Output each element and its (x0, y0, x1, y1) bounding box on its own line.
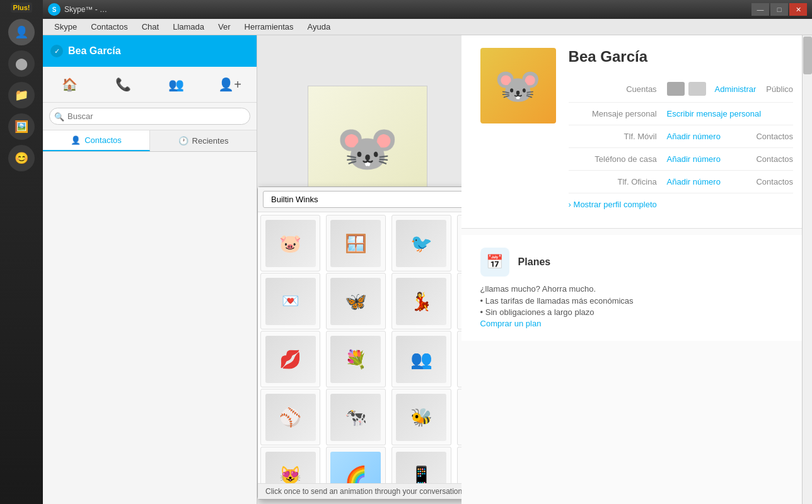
nav-add-contact-button[interactable]: 👤+ (203, 72, 257, 97)
show-full-profile-link[interactable]: › Mostrar perfil completo (569, 193, 793, 215)
menu-ver[interactable]: Ver (212, 20, 237, 33)
center-content: 🐭 Builtin Winks More ▼ (257, 35, 461, 504)
plus-icon-emoji[interactable]: 😊 (8, 145, 35, 171)
wink-item[interactable]: 🪟 (326, 215, 386, 272)
wink-item[interactable]: 💋 (260, 331, 320, 387)
comprar-plan-link[interactable]: Comprar un plan (480, 319, 542, 328)
administrar-link[interactable]: Administrar (715, 84, 757, 94)
skype-logo: S (48, 3, 61, 16)
plus-icon-circle[interactable]: ⬤ (8, 50, 35, 77)
minimize-button[interactable]: — (751, 3, 769, 16)
planes-calendar-icon: 📅 (480, 248, 509, 277)
wink-item[interactable]: 💌 (260, 273, 320, 329)
tab-contactos-label: Contactos (84, 135, 122, 145)
title-bar-left: S Skype™ - … (48, 3, 107, 16)
menu-chat[interactable]: Chat (136, 20, 165, 33)
wink-item[interactable]: ❤️ (457, 331, 461, 387)
label-casa: Teléfono de casa (569, 154, 657, 164)
winks-popup: Builtin Winks More ▼ 🐷 (257, 186, 461, 500)
add-casa-link[interactable]: Añadir número (667, 154, 721, 164)
label-movil: Tlf. Móvil (569, 132, 657, 141)
profile-row-mensaje: Mensaje personal Escribir mensaje person… (569, 103, 793, 125)
profile-row-casa: Teléfono de casa Añadir número Contactos (569, 148, 793, 171)
wink-item[interactable]: 😄 (457, 389, 461, 445)
close-button[interactable]: ✕ (789, 3, 807, 16)
wink-item[interactable]: 🦋 (326, 273, 386, 329)
title-bar-text: Skype™ - … (64, 5, 107, 14)
right-panel: 🐭 Bea García Cuentas Administrar Público (461, 35, 812, 504)
label-cuentas: Cuentas (569, 84, 657, 94)
wink-item[interactable]: 💐 (326, 331, 386, 387)
nav-icons: 🏠 📞 👥 👤+ (43, 67, 257, 103)
left-panel: ✓ Bea García 🏠 📞 👥 👤+ 🔍 (43, 35, 257, 504)
account-icon-2[interactable] (688, 82, 706, 96)
planes-bullet-1: • Las tarifas de llamadas más económicas (480, 296, 793, 306)
wink-item[interactable]: 📱 (392, 447, 451, 483)
title-bar-controls: — □ ✕ (751, 3, 807, 16)
profile-details: Bea García Cuentas Administrar Público M… (569, 48, 793, 215)
wink-item[interactable]: 🎁 (457, 273, 461, 329)
label-oficina: Tlf. Oficina (569, 177, 657, 186)
chat-background: 🐭 Builtin Winks More ▼ (257, 35, 461, 504)
menu-herramientas[interactable]: Herramientas (238, 20, 300, 33)
tab-contactos-icon: 👤 (71, 135, 81, 145)
winks-category-select[interactable]: Builtin Winks (263, 191, 461, 208)
plus-icon-profile[interactable]: 👤 (8, 19, 35, 45)
profile-row-oficina: Tlf. Oficina Añadir número Contactos (569, 171, 793, 193)
app-window: S Skype™ - … — □ ✕ Skype Contactos Chat … (43, 0, 812, 504)
wink-item[interactable]: 😻 (260, 447, 320, 483)
escribir-mensaje-link[interactable]: Escribir mensaje personal (667, 109, 762, 118)
menu-ayuda[interactable]: Ayuda (301, 20, 337, 33)
movil-right: Contactos (756, 132, 793, 141)
search-input[interactable] (49, 108, 250, 125)
maximize-button[interactable]: □ (770, 3, 788, 16)
casa-right: Contactos (756, 154, 793, 164)
winks-header: Builtin Winks More ▼ (258, 187, 461, 212)
planes-bullet-2: • Sin obligaciones a largo plazo (480, 307, 793, 317)
planes-title: Planes (518, 256, 551, 268)
nav-home-button[interactable]: 🏠 (43, 72, 96, 97)
profile-row-movil: Tlf. Móvil Añadir número Contactos (569, 125, 793, 148)
label-mensaje: Mensaje personal (569, 109, 657, 118)
wink-item[interactable]: 🐄 (326, 389, 386, 445)
plus-icon-folder[interactable]: 📁 (8, 82, 35, 108)
wink-item[interactable]: 🌈 (326, 447, 386, 483)
plus-bar: Plus! 👤 ⬤ 📁 🖼️ 😊 (0, 0, 43, 504)
nav-contacts-button[interactable]: 👥 (150, 72, 204, 97)
profile-status-check: ✓ (50, 45, 63, 57)
wink-item[interactable]: 🎈 (457, 215, 461, 272)
tab-contactos[interactable]: 👤 Contactos (43, 130, 150, 151)
plus-icon-image[interactable]: 🖼️ (8, 113, 35, 140)
planes-desc: ¿llamas mucho? Ahorra mucho. (480, 284, 793, 294)
profile-row-cuentas: Cuentas Administrar Público (569, 76, 793, 103)
wink-item[interactable]: 🐝 (392, 389, 451, 445)
right-scrollbar-thumb (803, 37, 812, 74)
menu-skype[interactable]: Skype (48, 20, 83, 33)
tab-recientes[interactable]: 🕐 Recientes (150, 130, 257, 151)
profile-avatar: 🐭 (480, 48, 556, 123)
add-movil-link[interactable]: Añadir número (667, 132, 721, 141)
main-layout: ✓ Bea García 🏠 📞 👥 👤+ 🔍 (43, 35, 812, 504)
show-profile-text: › Mostrar perfil completo (569, 200, 657, 209)
add-oficina-link[interactable]: Añadir número (667, 177, 721, 186)
plus-label: Plus! (11, 3, 33, 13)
oficina-right: Contactos (756, 177, 793, 186)
profile-header: ✓ Bea García (43, 35, 257, 67)
wink-item[interactable]: 💃 (392, 273, 451, 329)
planes-header: 📅 Planes (480, 248, 793, 277)
wink-item[interactable]: 👥 (392, 331, 451, 387)
menu-contactos[interactable]: Contactos (84, 20, 134, 33)
wink-item[interactable]: ⚾ (260, 389, 320, 445)
cuentas-right: Público (766, 84, 793, 94)
search-wrapper: 🔍 (49, 108, 250, 125)
right-scrollbar[interactable] (802, 35, 812, 504)
menu-bar: Skype Contactos Chat Llamada Ver Herrami… (43, 19, 812, 35)
account-icon-1[interactable] (667, 82, 685, 96)
wink-item[interactable]: 🐦 (392, 215, 451, 272)
wink-item[interactable]: 💿 (457, 447, 461, 483)
planes-section: 📅 Planes ¿llamas mucho? Ahorra mucho. • … (461, 235, 812, 341)
nav-phone-button[interactable]: 📞 (96, 72, 150, 97)
menu-llamada[interactable]: Llamada (166, 20, 211, 33)
wink-item[interactable]: 🐷 (260, 215, 320, 272)
winks-status-bar: Click once to send an animation through … (258, 483, 461, 499)
